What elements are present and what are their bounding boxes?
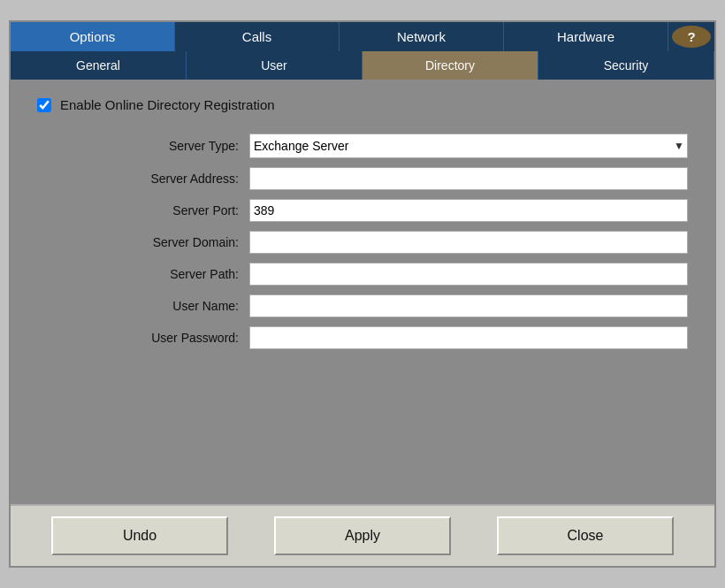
top-tab-bar: Options Calls Network Hardware ? (11, 22, 714, 51)
bottom-bar: Undo Apply Close (11, 504, 714, 566)
user-password-label: User Password: (90, 331, 249, 345)
server-port-row: Server Port: (90, 199, 688, 222)
tab-options[interactable]: Options (11, 22, 175, 51)
user-password-input[interactable] (249, 326, 688, 349)
user-password-row: User Password: (90, 326, 688, 349)
tab-calls[interactable]: Calls (175, 22, 340, 51)
server-domain-label: Server Domain: (90, 235, 249, 249)
server-domain-row: Server Domain: (90, 231, 688, 254)
tab-network[interactable]: Network (340, 22, 504, 51)
server-address-input[interactable] (249, 167, 688, 190)
tab-directory[interactable]: Directory (362, 51, 538, 80)
server-path-row: Server Path: (90, 263, 688, 286)
server-port-label: Server Port: (90, 203, 249, 218)
server-type-select[interactable]: Exchange Server LDAP Server (249, 134, 688, 158)
server-address-label: Server Address: (90, 172, 249, 186)
server-type-row: Server Type: Exchange Server LDAP Server… (90, 134, 688, 158)
tab-security[interactable]: Security (538, 51, 714, 80)
server-path-label: Server Path: (90, 267, 249, 281)
tab-general[interactable]: General (11, 51, 187, 80)
user-name-row: User Name: (90, 294, 688, 317)
second-tab-bar: General User Directory Security (11, 51, 714, 80)
server-domain-input[interactable] (249, 231, 688, 254)
close-button[interactable]: Close (497, 516, 674, 555)
server-address-row: Server Address: (90, 167, 688, 190)
server-type-select-wrap: Exchange Server LDAP Server ▼ (249, 134, 688, 158)
form-area: Server Type: Exchange Server LDAP Server… (37, 134, 688, 349)
user-name-label: User Name: (90, 299, 249, 313)
user-name-input[interactable] (249, 294, 688, 317)
main-container: Options Calls Network Hardware ? General… (9, 20, 716, 568)
undo-button[interactable]: Undo (51, 516, 228, 555)
server-path-input[interactable] (249, 263, 688, 286)
server-type-label: Server Type: (90, 139, 249, 153)
enable-online-directory-checkbox[interactable] (37, 98, 51, 112)
server-port-input[interactable] (249, 199, 688, 222)
tab-help[interactable]: ? (672, 26, 711, 48)
enable-checkbox-label: Enable Online Directory Registration (60, 97, 275, 112)
tab-user[interactable]: User (187, 51, 362, 80)
enable-checkbox-row: Enable Online Directory Registration (37, 97, 688, 112)
content-area: Enable Online Directory Registration Ser… (11, 80, 714, 504)
apply-button[interactable]: Apply (274, 516, 451, 555)
tab-hardware[interactable]: Hardware (504, 22, 668, 51)
